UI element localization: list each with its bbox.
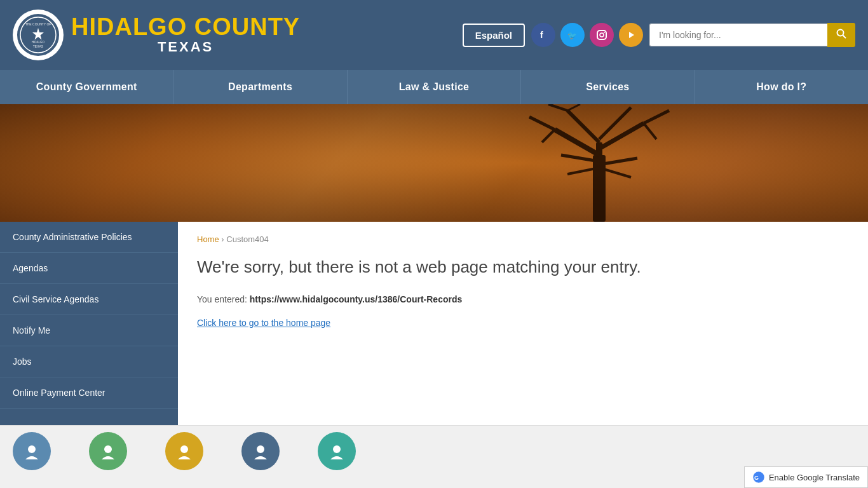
social-icons: f 🐦 <box>531 23 643 47</box>
svg-point-10 <box>604 32 605 33</box>
svg-line-21 <box>542 130 555 142</box>
svg-point-31 <box>104 445 112 453</box>
footer-icons <box>13 432 356 470</box>
site-name: HIDALGO COUNTY <box>71 15 300 39</box>
main-nav: County Government Departments Law & Just… <box>0 70 868 104</box>
you-entered: You entered: https://www.hidalgocounty.u… <box>197 294 849 304</box>
sidebar-item-jobs[interactable]: Jobs <box>0 346 178 377</box>
you-entered-prefix: You entered: <box>197 294 250 304</box>
footer-icon-green[interactable] <box>89 432 127 470</box>
hero-overlay <box>0 104 868 222</box>
footer-bar <box>0 425 868 476</box>
footer-icon-gold[interactable] <box>165 432 203 470</box>
svg-line-22 <box>644 111 669 123</box>
svg-text:HIDALGO: HIDALGO <box>32 41 45 44</box>
svg-text:f: f <box>540 30 543 40</box>
nav-law-justice[interactable]: Law & Justice <box>348 70 521 104</box>
svg-line-23 <box>644 123 656 139</box>
google-translate-label: Enable Google Translate <box>769 473 860 477</box>
breadcrumb-separator: › <box>221 234 224 244</box>
main-content: Home › Custom404 We're sorry, but there … <box>178 222 868 425</box>
svg-point-9 <box>600 33 604 37</box>
svg-text:THE COUNTY OF: THE COUNTY OF <box>25 22 51 26</box>
search-input[interactable] <box>649 24 827 46</box>
svg-line-20 <box>529 117 555 130</box>
header-right: Español f 🐦 <box>463 23 855 47</box>
entered-url: https://www.hidalgocounty.us/1386/Court-… <box>250 294 462 304</box>
sidebar-item-admin-policies[interactable]: County Administrative Policies <box>0 222 178 253</box>
sidebar-item-payment[interactable]: Online Payment Center <box>0 377 178 409</box>
svg-point-32 <box>180 445 188 453</box>
svg-marker-11 <box>629 32 634 38</box>
svg-text:🐦: 🐦 <box>567 30 577 40</box>
hero-tree-svg <box>504 104 695 222</box>
footer-icon-navy[interactable] <box>241 432 280 470</box>
sidebar: County Administrative Policies Agendas C… <box>0 222 178 425</box>
svg-text:TEXAS: TEXAS <box>33 44 44 48</box>
search-area <box>649 23 855 47</box>
nav-departments[interactable]: Departments <box>173 70 347 104</box>
breadcrumb-current: Custom404 <box>226 234 268 244</box>
breadcrumb-home[interactable]: Home <box>197 234 219 244</box>
content-area: County Administrative Policies Agendas C… <box>0 222 868 425</box>
logo-area: THE COUNTY OF TEXAS HIDALGO HIDALGO COUN… <box>13 10 300 60</box>
nav-services[interactable]: Services <box>521 70 695 104</box>
instagram-icon[interactable] <box>590 23 614 47</box>
espanol-button[interactable]: Español <box>463 24 525 47</box>
error-heading: We're sorry, but there is not a web page… <box>197 257 849 278</box>
hero-image <box>0 104 868 222</box>
search-button[interactable] <box>827 23 855 47</box>
twitter-icon[interactable]: 🐦 <box>560 23 585 47</box>
site-header: THE COUNTY OF TEXAS HIDALGO HIDALGO COUN… <box>0 0 868 70</box>
svg-point-34 <box>333 445 341 453</box>
site-subtitle: TEXAS <box>71 39 300 55</box>
svg-point-30 <box>28 445 36 453</box>
nav-county-government[interactable]: County Government <box>0 70 173 104</box>
home-link[interactable]: Click here to go to the home page <box>197 318 330 328</box>
sidebar-item-notify-me[interactable]: Notify Me <box>0 315 178 346</box>
svg-line-25 <box>567 104 580 111</box>
svg-line-24 <box>548 104 567 111</box>
footer-icon-blue[interactable] <box>13 432 51 470</box>
svg-point-33 <box>257 445 264 453</box>
svg-line-17 <box>599 123 644 149</box>
youtube-icon[interactable] <box>619 23 643 47</box>
footer-icon-teal[interactable] <box>318 432 356 470</box>
svg-point-12 <box>837 30 844 36</box>
site-title: HIDALGO COUNTY TEXAS <box>71 15 300 55</box>
svg-rect-8 <box>597 30 606 39</box>
google-translate-bar[interactable]: G Enable Google Translate <box>744 466 868 476</box>
sidebar-item-agendas[interactable]: Agendas <box>0 253 178 284</box>
breadcrumb: Home › Custom404 <box>197 234 849 244</box>
sidebar-item-civil-service[interactable]: Civil Service Agendas <box>0 284 178 315</box>
svg-text:G: G <box>754 475 759 476</box>
google-translate-icon: G <box>752 471 765 476</box>
county-seal: THE COUNTY OF TEXAS HIDALGO <box>13 10 64 60</box>
nav-how-do-i[interactable]: How do I? <box>695 70 868 104</box>
svg-line-13 <box>843 36 846 39</box>
facebook-icon[interactable]: f <box>531 23 555 47</box>
